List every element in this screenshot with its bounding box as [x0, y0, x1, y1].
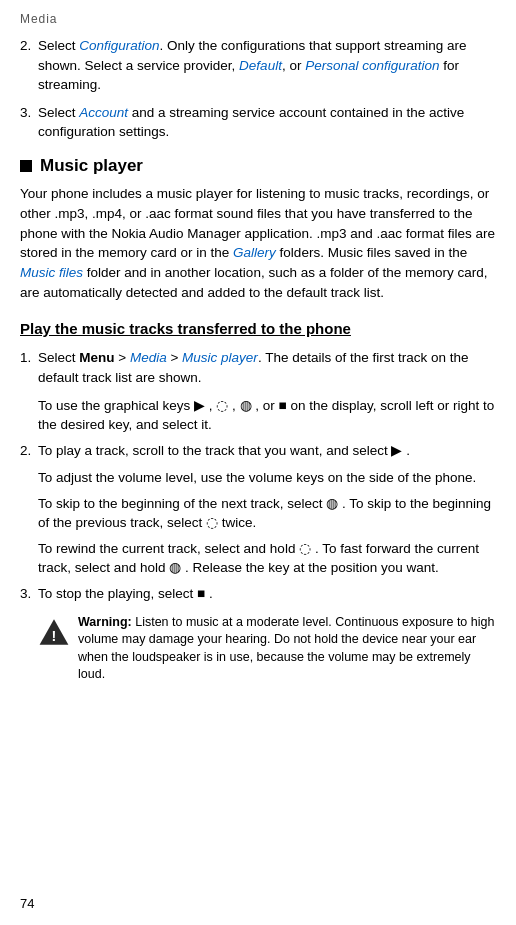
play-step-3: 3. To stop the playing, select ■ .: [20, 584, 496, 604]
item-number: 2.: [20, 36, 38, 95]
step-2-indent-a: To adjust the volume level, use the volu…: [38, 468, 496, 488]
step-1-indent: To use the graphical keys ▶ , ◌ , ◍ , or…: [38, 396, 496, 435]
list-item: 3. Select Account and a streaming servic…: [20, 103, 496, 142]
item-number: 3.: [20, 103, 38, 142]
play-step-2: 2. To play a track, scroll to the track …: [20, 441, 496, 461]
music-player-description: Your phone includes a music player for l…: [20, 184, 496, 303]
step-content: Select Menu > Media > Music player. The …: [38, 348, 496, 387]
account-link[interactable]: Account: [79, 105, 128, 120]
gallery-link[interactable]: Gallery: [233, 245, 276, 260]
music-player-link[interactable]: Music player: [182, 350, 258, 365]
svg-text:!: !: [52, 627, 57, 643]
menu-label: Menu: [79, 350, 114, 365]
page-number: 74: [20, 896, 34, 911]
step-number: 1.: [20, 348, 38, 387]
item-content: Select Configuration. Only the configura…: [38, 36, 496, 95]
music-player-section-heading: Music player: [20, 156, 496, 176]
section-bullet: [20, 160, 32, 172]
warning-icon: !: [38, 616, 70, 648]
item-content: Select Account and a streaming service a…: [38, 103, 496, 142]
step-content: To stop the playing, select ■ .: [38, 584, 496, 604]
page-header: Media: [20, 12, 496, 26]
music-files-link[interactable]: Music files: [20, 265, 83, 280]
header-title: Media: [20, 12, 57, 26]
warning-box: ! Warning: Listen to music at a moderate…: [38, 614, 496, 684]
step-2-indent-c: To rewind the current track, select and …: [38, 539, 496, 578]
warning-label: Warning:: [78, 615, 132, 629]
default-link[interactable]: Default: [239, 58, 282, 73]
step-content: To play a track, scroll to the track tha…: [38, 441, 496, 461]
step-number: 3.: [20, 584, 38, 604]
play-step-1: 1. Select Menu > Media > Music player. T…: [20, 348, 496, 387]
warning-body: Listen to music at a moderate level. Con…: [78, 615, 494, 682]
media-link[interactable]: Media: [130, 350, 167, 365]
step-number: 2.: [20, 441, 38, 461]
personal-config-link[interactable]: Personal configuration: [305, 58, 439, 73]
section-title: Music player: [40, 156, 143, 176]
list-item: 2. Select Configuration. Only the config…: [20, 36, 496, 95]
play-tracks-heading: Play the music tracks transferred to the…: [20, 319, 496, 339]
step-2-indent-b: To skip to the beginning of the next tra…: [38, 494, 496, 533]
config-link[interactable]: Configuration: [79, 38, 159, 53]
warning-text-content: Warning: Listen to music at a moderate l…: [78, 614, 496, 684]
